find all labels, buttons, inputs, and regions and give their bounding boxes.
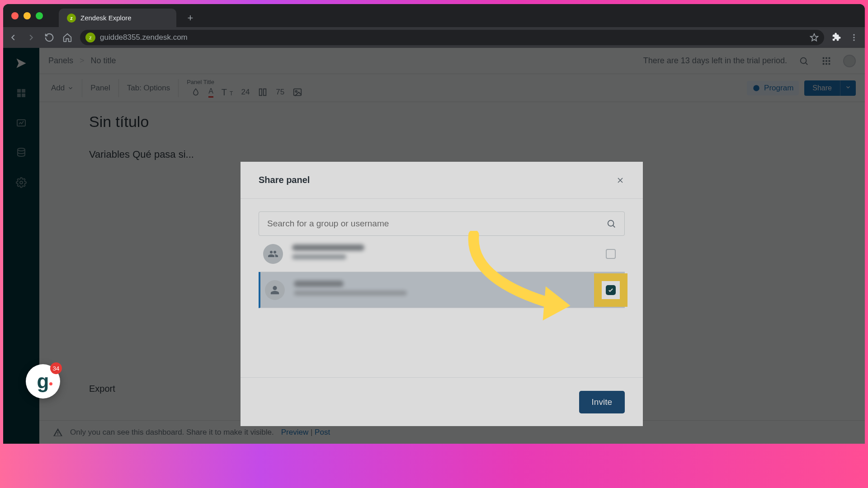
list-item-user[interactable] <box>259 272 625 308</box>
blurred-detail <box>294 291 407 296</box>
guidde-count: 34 <box>50 362 62 374</box>
kebab-menu-icon[interactable] <box>849 33 860 42</box>
invite-button[interactable]: Invite <box>579 391 625 413</box>
search-input[interactable] <box>267 219 602 229</box>
back-icon[interactable] <box>8 33 19 42</box>
window-close-icon[interactable] <box>11 12 19 19</box>
guidde-logo-icon: g <box>37 370 49 393</box>
window-maximize-icon[interactable] <box>36 12 43 19</box>
modal-header: Share panel <box>241 162 643 199</box>
new-tab-button[interactable]: + <box>183 10 198 26</box>
blurred-name <box>292 244 364 251</box>
user-list <box>259 236 625 308</box>
search-field[interactable] <box>259 211 625 236</box>
url-text: guidde8355.zendesk.com <box>100 33 805 42</box>
browser-window: z Zendesk Explore + z guidde8355.zendesk… <box>3 4 865 444</box>
extensions-icon[interactable] <box>831 33 842 42</box>
svg-point-2 <box>853 39 854 41</box>
svg-point-25 <box>608 221 614 226</box>
user-meta <box>292 244 597 263</box>
svg-point-0 <box>853 34 854 36</box>
window-minimize-icon[interactable] <box>24 12 31 19</box>
browser-tab[interactable]: z Zendesk Explore <box>59 9 176 28</box>
home-icon[interactable] <box>62 33 73 42</box>
nav-bar: z guidde8355.zendesk.com <box>3 27 865 48</box>
select-checkbox[interactable] <box>606 249 616 259</box>
share-panel-modal: Share panel <box>241 162 643 426</box>
modal-footer: Invite <box>241 377 643 426</box>
close-icon <box>616 176 625 185</box>
invite-label: Invite <box>592 397 612 407</box>
app-shell: Panels > No title There are 13 days left… <box>3 48 865 444</box>
url-bar[interactable]: z guidde8355.zendesk.com <box>80 30 824 45</box>
checkbox-checked-icon <box>606 285 616 295</box>
svg-point-1 <box>853 37 854 38</box>
list-item-group[interactable] <box>259 236 625 272</box>
traffic-lights <box>11 12 43 19</box>
group-avatar-icon <box>263 244 283 264</box>
blurred-detail <box>292 254 346 259</box>
bookmark-star-icon[interactable] <box>810 33 819 42</box>
zendesk-favicon-icon: z <box>67 14 76 23</box>
highlighted-checkbox[interactable] <box>594 273 627 307</box>
user-meta <box>294 281 578 299</box>
modal-body <box>241 199 643 377</box>
user-avatar-icon <box>265 280 285 300</box>
title-bar: z Zendesk Explore + <box>3 4 865 27</box>
checkbox-empty-icon <box>606 249 616 259</box>
site-favicon-icon: z <box>85 33 95 42</box>
tab-title: Zendesk Explore <box>80 14 132 22</box>
blurred-name <box>294 281 344 287</box>
reload-icon[interactable] <box>44 33 55 42</box>
modal-title: Share panel <box>259 175 310 185</box>
forward-icon[interactable] <box>26 33 37 42</box>
search-icon[interactable] <box>606 219 616 229</box>
guidde-badge[interactable]: g 34 <box>26 364 60 399</box>
modal-close-button[interactable] <box>616 176 625 185</box>
